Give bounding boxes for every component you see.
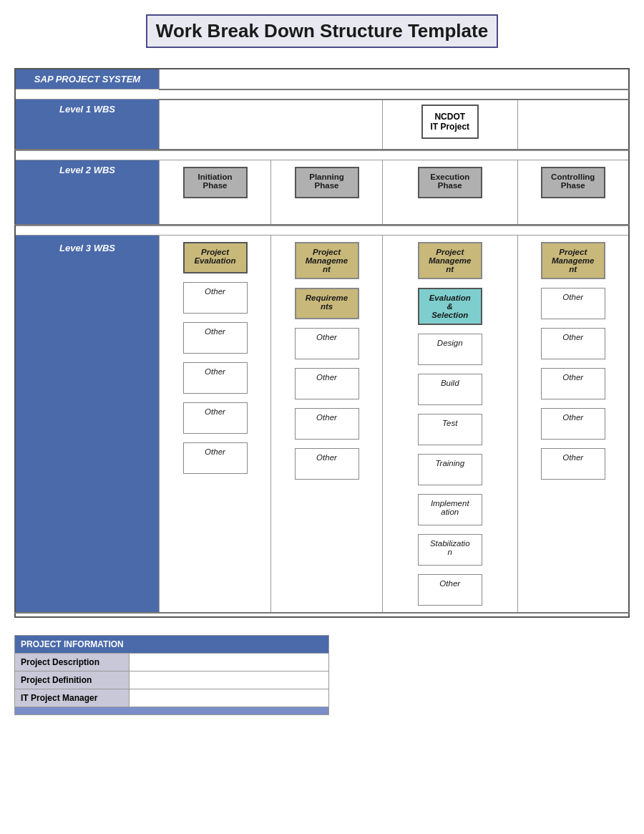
project-information: PROJECT INFORMATION Project Description … — [14, 635, 329, 715]
proj-manager-label: IT Project Manager — [15, 689, 130, 707]
planning-col: ProjectManagement Requirements Other Oth… — [271, 236, 383, 614]
level2-label: Level 2 WBS — [15, 160, 160, 225]
planning-phase: PlanningPhase — [271, 160, 383, 225]
proj-info-table: PROJECT INFORMATION Project Description … — [14, 635, 329, 715]
controlling-phase: ControllingPhase — [517, 160, 629, 225]
sap-header: SAP PROJECT SYSTEM — [15, 69, 160, 89]
proj-desc-value[interactable] — [130, 654, 329, 671]
proj-def-value[interactable] — [130, 671, 329, 689]
proj-info-footer — [15, 707, 329, 715]
page-title: Work Break Down Structure Template — [146, 14, 498, 48]
initiation-col: ProjectEvaluation Other Other Other Othe… — [160, 236, 271, 614]
proj-info-header: PROJECT INFORMATION — [15, 636, 329, 654]
level1-label: Level 1 WBS — [15, 100, 160, 150]
proj-def-label: Project Definition — [15, 671, 130, 689]
initiation-phase: InitiationPhase — [160, 160, 271, 225]
execution-phase: ExecutionPhase — [383, 160, 518, 225]
level3-label: Level 3 WBS — [15, 236, 160, 614]
proj-desc-label: Project Description — [15, 654, 130, 671]
ncdot-node: NCDOTIT Project — [383, 100, 518, 150]
wbs-table: SAP PROJECT SYSTEM Level 1 WBS NCDOTIT P… — [14, 68, 630, 618]
execution-col: ProjectManagement Evaluation&Selection D… — [383, 236, 518, 614]
controlling-col: ProjectManagement Other Other Other Othe… — [517, 236, 629, 614]
proj-manager-value[interactable] — [130, 689, 329, 707]
